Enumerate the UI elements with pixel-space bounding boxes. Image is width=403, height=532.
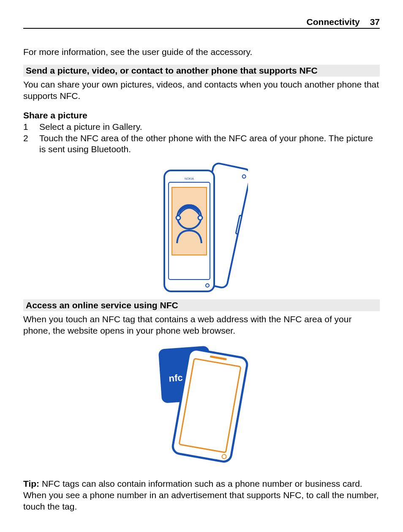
share-picture-steps: 1 Select a picture in Gallery. 2 Touch t… [23,121,380,156]
page: Connectivity 37 For more information, se… [0,0,403,532]
nfc-tag-label: nfc [169,372,183,384]
nfc-tag-phone-icon: nfc [147,343,256,466]
step-item: 2 Touch the NFC area of the other phone … [23,133,380,156]
subheading-share-picture: Share a picture [23,110,380,121]
section2-paragraph: When you touch an NFC tag that contains … [23,314,380,337]
section1-paragraph: You can share your own pictures, videos,… [23,79,380,102]
section-heading-access-online-nfc: Access an online service using NFC [23,299,380,311]
tip-text: NFC tags can also contain information su… [23,479,379,511]
illustration-nfc-tag-phone: nfc [23,343,380,468]
tip-paragraph: Tip: NFC tags can also contain informati… [23,478,380,513]
illustration-two-phones: NOKIA [23,162,380,295]
svg-point-8 [198,216,202,220]
two-phones-nfc-icon: NOKIA [155,162,248,293]
section-heading-send-nfc: Send a picture, video, or contact to ano… [23,65,380,77]
step-text: Select a picture in Gallery. [39,121,142,133]
step-text: Touch the NFC area of the other phone wi… [39,133,380,156]
svg-point-7 [176,216,180,220]
header-section-title: Connectivity [307,17,360,27]
nokia-brand-label: NOKIA [185,177,194,180]
step-number: 1 [23,121,39,133]
step-number: 2 [23,133,39,144]
tip-label: Tip: [23,479,39,488]
header-page-number: 37 [370,17,380,27]
intro-paragraph: For more information, see the user guide… [23,47,380,58]
step-item: 1 Select a picture in Gallery. [23,121,380,133]
page-header: Connectivity 37 [23,17,380,29]
